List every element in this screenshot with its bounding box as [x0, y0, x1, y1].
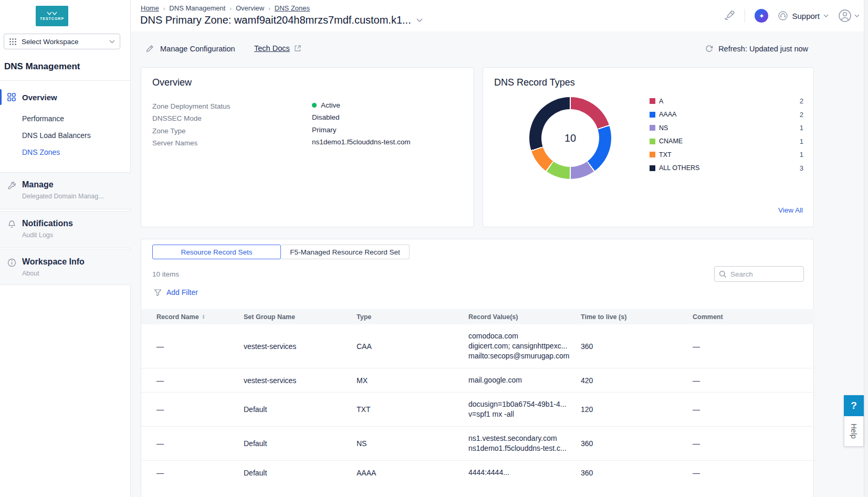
active-accent-bar	[0, 89, 2, 105]
table-row[interactable]: —DefaultNSns1.vestest.secondary.comns1de…	[141, 427, 814, 461]
tab-resource-record-sets[interactable]: Resource Record Sets	[152, 245, 281, 259]
tech-docs-link[interactable]: Tech Docs	[254, 44, 301, 52]
help-widget[interactable]: ? Help	[844, 395, 864, 447]
breadcrumb-overview[interactable]: Overview	[236, 4, 264, 12]
manage-configuration-label: Manage Configuration	[160, 45, 235, 53]
help-question-button[interactable]: ?	[844, 395, 864, 416]
table-row[interactable]: —vestest-servicesMXmail.google.com420—	[141, 368, 814, 393]
column-header-record-name[interactable]: Record Name▲▼	[141, 309, 244, 324]
pencil-icon	[145, 44, 154, 53]
manage-configuration-button[interactable]: Manage Configuration	[145, 44, 235, 53]
record-value-line: mailto:secops@smurugap.com	[468, 351, 573, 361]
tab-f5-managed-resource-record-set[interactable]: F5-Managed Resource Record Set	[281, 245, 410, 259]
sidebar-item-dns-zones[interactable]: DNS Zones	[22, 148, 60, 156]
column-header-ttl: Time to live (s)	[581, 309, 693, 324]
table-row[interactable]: —vestest-servicesCAAcomodoca.comdigicert…	[141, 324, 814, 368]
column-header-record-values: Record Value(s)	[468, 309, 581, 324]
items-count: 10 items	[152, 270, 179, 278]
sidebar-item-overview[interactable]: Overview	[0, 89, 131, 105]
scrollbar-track[interactable]	[864, 0, 868, 497]
support-menu[interactable]: Support	[778, 10, 829, 21]
breadcrumb-separator: ›	[268, 5, 270, 12]
comment-cell: —	[693, 427, 814, 461]
support-label: Support	[792, 12, 820, 20]
ai-assistant-button[interactable]: ✦	[755, 9, 768, 23]
sidebar: TESTCORP Select Workspace DNS Management	[0, 0, 131, 497]
column-header-comment: Comment	[693, 309, 814, 324]
sidebar-item-performance[interactable]: Performance	[22, 114, 64, 123]
page-title: DNS Primary Zone: wamf9ait204h8mrzs7mdf.…	[140, 14, 411, 26]
legend-label: TXT	[659, 151, 800, 158]
field-label: Server Names	[152, 139, 197, 147]
chevron-down-icon	[854, 14, 860, 18]
column-header-set-group-name: Set Group Name	[244, 309, 357, 324]
sidebar-section-label: Notifications	[22, 219, 73, 228]
ttl-cell: 360	[581, 461, 693, 485]
breadcrumb-separator: ›	[163, 5, 165, 12]
resource-records-panel: Resource Record Sets F5-Managed Resource…	[141, 239, 814, 497]
breadcrumb-home[interactable]: Home	[141, 4, 159, 12]
wrench-icon	[7, 181, 16, 190]
breadcrumb-dns-management[interactable]: DNS Management	[169, 4, 225, 12]
sidebar-section-notifications[interactable]: Notifications Audit Logs	[0, 211, 131, 248]
paintbrush-icon	[724, 10, 735, 22]
set-group-name-cell: Default	[244, 427, 357, 461]
refresh-label: Refresh: Updated just now	[718, 45, 808, 53]
theme-paintbrush-button[interactable]	[724, 10, 735, 22]
sidebar-item-dns-load-balancers[interactable]: DNS Load Balancers	[22, 131, 91, 140]
legend-swatch	[650, 152, 655, 157]
sidebar-item-label: Overview	[22, 93, 57, 102]
legend-count: 2	[800, 111, 803, 119]
legend-row: TXT 1	[650, 150, 803, 159]
table-row[interactable]: —DefaultAAAA4444:4444...360—	[141, 461, 814, 485]
record-types-donut-chart: 10	[529, 97, 611, 179]
refresh-icon	[705, 44, 714, 53]
legend-count: 2	[800, 97, 803, 105]
legend-label: AAAA	[659, 111, 800, 118]
company-logo: TESTCORP	[36, 6, 68, 26]
legend-count: 1	[800, 124, 803, 132]
breadcrumb-dns-zones[interactable]: DNS Zones	[275, 4, 310, 12]
column-header-type: Type	[357, 309, 468, 324]
record-value-line: docusign=1b0a6754-49b1-4...	[468, 399, 573, 409]
comment-cell: —	[693, 461, 814, 485]
ttl-cell: 360	[581, 427, 693, 461]
search-input[interactable]	[730, 270, 793, 278]
field-label: Zone Deployment Status	[152, 102, 231, 110]
support-headset-icon	[778, 10, 788, 21]
view-all-link[interactable]: View All	[778, 206, 803, 214]
legend-count: 3	[800, 164, 803, 172]
breadcrumb: Home › DNS Management › Overview › DNS Z…	[141, 4, 310, 12]
overview-card-title: Overview	[152, 77, 192, 88]
search-box[interactable]	[714, 266, 804, 282]
sidebar-divider	[0, 80, 131, 81]
record-types-card-title: DNS Record Types	[494, 77, 575, 88]
help-label-tab[interactable]: Help	[844, 416, 864, 447]
refresh-button[interactable]: Refresh: Updated just now	[705, 44, 808, 53]
legend-label: A	[659, 98, 800, 105]
record-values-cell: 4444:4444...	[468, 461, 581, 485]
table-row[interactable]: —DefaultTXTdocusign=1b0a6754-49b1-4...v=…	[141, 393, 814, 427]
zone-type-value: Primary	[312, 126, 337, 134]
sort-icon[interactable]: ▲▼	[202, 314, 205, 320]
account-menu[interactable]	[838, 9, 860, 23]
legend-swatch	[650, 165, 655, 171]
chevron-down-icon	[109, 40, 115, 44]
add-filter-button[interactable]: Add Filter	[154, 288, 198, 297]
record-value-line: ns1demo1.f5clouddns-test.c...	[468, 443, 573, 453]
logo-text: TESTCORP	[40, 17, 64, 20]
topbar-divider	[745, 9, 745, 23]
sidebar-section-workspace-info[interactable]: Workspace Info About	[0, 249, 131, 285]
record-value-line: comodoca.com	[468, 331, 573, 341]
record-values-cell: ns1.vestest.secondary.comns1demo1.f5clou…	[468, 427, 581, 461]
top-bar: Home › DNS Management › Overview › DNS Z…	[131, 0, 868, 31]
status-dot-active	[312, 103, 317, 108]
workspace-selector[interactable]: Select Workspace	[4, 34, 120, 49]
title-chevron-down-icon[interactable]	[416, 18, 423, 23]
external-link-icon	[294, 45, 301, 52]
sidebar-section-sub: Delegated Domain Manag...	[22, 193, 104, 200]
record-value-line: v=spf1 mx -all	[468, 409, 573, 419]
sidebar-section-manage[interactable]: Manage Delegated Domain Manag...	[0, 172, 131, 209]
type-cell: MX	[357, 368, 468, 393]
legend-row: NS 1	[650, 123, 803, 132]
